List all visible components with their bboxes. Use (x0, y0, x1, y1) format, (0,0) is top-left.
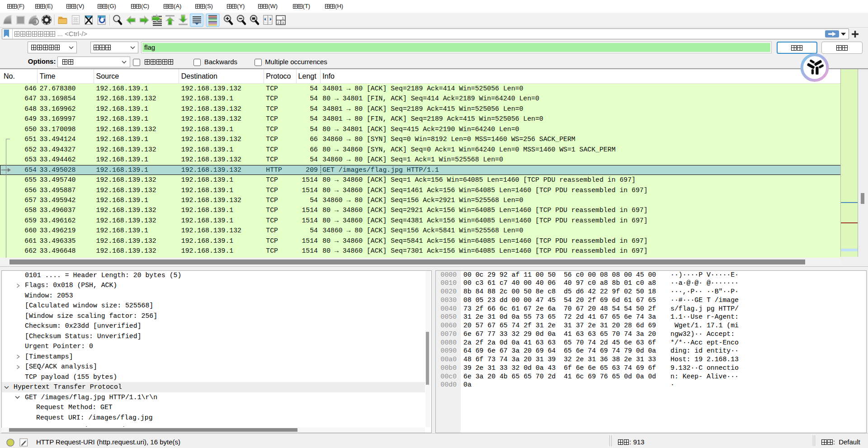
svg-text:3: 3 (282, 21, 284, 25)
svg-text:2: 2 (278, 21, 280, 25)
svg-text:1: 1 (282, 16, 284, 20)
